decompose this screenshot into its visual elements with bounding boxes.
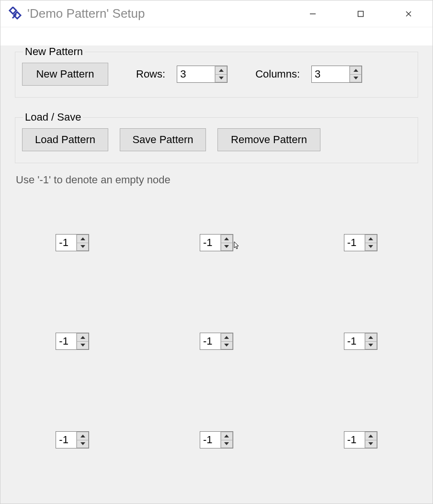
pattern-grid [15, 234, 418, 448]
node-step-up[interactable] [77, 432, 89, 440]
node-step-down[interactable] [77, 440, 89, 448]
node-input[interactable] [344, 235, 365, 251]
titlebar: 'Demo Pattern' Setup [0, 0, 433, 27]
rows-input[interactable] [177, 66, 215, 82]
node-step-up[interactable] [221, 432, 233, 440]
node-step-down[interactable] [77, 341, 89, 350]
minimize-button[interactable] [289, 0, 337, 27]
node-step-down[interactable] [221, 440, 233, 448]
node-step-up[interactable] [365, 333, 377, 341]
rows-step-down[interactable] [215, 74, 227, 83]
node-step-down[interactable] [221, 243, 233, 251]
node-step-down[interactable] [365, 341, 377, 350]
save-pattern-button[interactable]: Save Pattern [120, 128, 206, 151]
node-step-up[interactable] [221, 333, 233, 341]
chevron-down-icon [368, 245, 373, 248]
node-input[interactable] [56, 235, 76, 251]
close-button[interactable] [385, 0, 433, 27]
chevron-up-icon [224, 336, 229, 339]
node-step-up[interactable] [221, 235, 233, 243]
node-input[interactable] [344, 432, 365, 448]
node-step-up[interactable] [77, 235, 89, 243]
hint-text: Use '-1' to denote an empty node [16, 174, 418, 186]
node-input[interactable] [56, 432, 76, 448]
chevron-down-icon [224, 344, 229, 347]
node-step-up[interactable] [365, 432, 377, 440]
columns-spinner[interactable] [311, 66, 362, 83]
node-input[interactable] [200, 432, 220, 448]
chevron-up-icon [224, 435, 229, 437]
chevron-down-icon [368, 344, 373, 347]
remove-pattern-button[interactable]: Remove Pattern [217, 128, 320, 151]
node-spinner-1-1[interactable] [200, 333, 233, 350]
node-step-up[interactable] [77, 333, 89, 341]
node-spinner-2-2[interactable] [344, 431, 377, 448]
new-pattern-group: New Pattern New Pattern Rows: Columns: [15, 45, 418, 98]
node-spinner-0-0[interactable] [56, 234, 89, 251]
new-pattern-button[interactable]: New Pattern [22, 63, 108, 86]
load-pattern-button[interactable]: Load Pattern [22, 128, 108, 151]
window-controls [289, 0, 433, 27]
node-input[interactable] [56, 333, 76, 349]
rows-step-up[interactable] [215, 66, 227, 74]
node-spinner-0-2[interactable] [344, 234, 377, 251]
svg-rect-1 [358, 11, 364, 16]
chevron-down-icon [224, 442, 229, 445]
maximize-button[interactable] [337, 0, 385, 27]
chevron-up-icon [80, 237, 85, 240]
columns-step-down[interactable] [350, 74, 362, 83]
chevron-down-icon [353, 77, 358, 79]
columns-input[interactable] [312, 66, 349, 82]
chevron-up-icon [80, 336, 85, 339]
columns-label: Columns: [255, 68, 300, 80]
chevron-down-icon [80, 442, 85, 445]
mouse-cursor-icon [234, 241, 240, 250]
node-step-up[interactable] [365, 235, 377, 243]
app-icon [7, 6, 23, 22]
chevron-down-icon [80, 245, 85, 248]
chevron-down-icon [224, 245, 229, 248]
node-spinner-2-1[interactable] [200, 431, 233, 448]
chevron-down-icon [219, 77, 224, 79]
load-save-group: Load / Save Load Pattern Save Pattern Re… [15, 111, 418, 163]
columns-step-up[interactable] [350, 66, 362, 74]
node-step-down[interactable] [77, 243, 89, 251]
chevron-down-icon [80, 344, 85, 347]
rows-spinner[interactable] [177, 66, 228, 83]
node-step-down[interactable] [365, 243, 377, 251]
chevron-down-icon [368, 442, 373, 445]
client-area: New Pattern New Pattern Rows: Columns: [0, 45, 433, 504]
chevron-up-icon [219, 69, 224, 72]
window-title: 'Demo Pattern' Setup [27, 6, 289, 21]
node-spinner-1-0[interactable] [56, 333, 89, 350]
chevron-up-icon [368, 336, 373, 339]
chevron-up-icon [368, 237, 373, 240]
node-step-down[interactable] [365, 440, 377, 448]
rows-label: Rows: [136, 68, 165, 80]
node-spinner-2-0[interactable] [56, 431, 89, 448]
chevron-up-icon [353, 69, 358, 72]
chevron-up-icon [368, 435, 373, 437]
chevron-up-icon [224, 237, 229, 240]
chevron-up-icon [80, 435, 85, 437]
node-step-down[interactable] [221, 341, 233, 350]
node-spinner-0-1[interactable] [200, 234, 233, 251]
new-pattern-legend: New Pattern [23, 45, 85, 58]
node-input[interactable] [344, 333, 365, 349]
node-spinner-1-2[interactable] [344, 333, 377, 350]
node-input[interactable] [200, 235, 220, 251]
load-save-legend: Load / Save [23, 111, 83, 123]
node-input[interactable] [200, 333, 220, 349]
